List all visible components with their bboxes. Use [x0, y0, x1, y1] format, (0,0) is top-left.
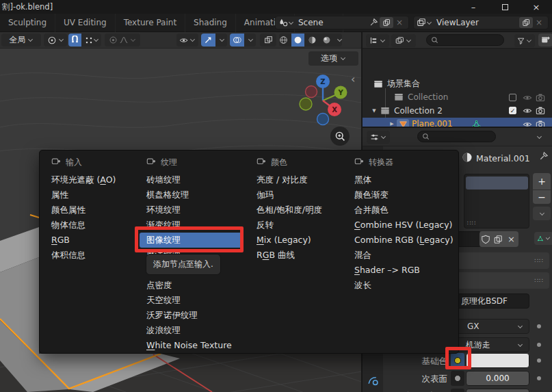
- region-collapse-icon[interactable]: ‹: [351, 73, 355, 86]
- material-slot-row[interactable]: [466, 177, 528, 190]
- viewport-options-dropdown[interactable]: 选项: [308, 51, 358, 66]
- add-material-slot-button[interactable]: +: [533, 173, 551, 190]
- workspace-tab-texture-paint[interactable]: Texture Paint: [116, 14, 185, 32]
- close-button[interactable]: ×: [521, 0, 552, 14]
- outliner-filter-type-dropdown[interactable]: [391, 34, 416, 47]
- proportional-edit-group[interactable]: [105, 34, 140, 47]
- unlink-scene-button[interactable]: ×: [396, 18, 403, 27]
- viewport-zoom-button[interactable]: [330, 127, 350, 146]
- menu-item-combine-rgb-legacy-[interactable]: Combine RGB (Legacy): [347, 233, 457, 248]
- editor-type-dropdown[interactable]: [367, 131, 390, 144]
- menu-item-颜色渐变[interactable]: 颜色渐变: [347, 187, 457, 202]
- menu-item-shader-–>-rgb[interactable]: Shader –> RGB: [347, 263, 457, 278]
- menu-item-混合[interactable]: 混合: [347, 248, 457, 263]
- shading-solid-button[interactable]: [291, 34, 304, 47]
- menu-item-mix-legacy-[interactable]: Mix (Legacy): [250, 233, 344, 248]
- new-viewlayer-button[interactable]: [519, 17, 533, 28]
- new-collection-button[interactable]: [538, 34, 552, 47]
- menu-item-rgb[interactable]: RGB: [44, 233, 136, 248]
- workspace-tab-sculpting[interactable]: Sculpting: [0, 14, 55, 32]
- breadcrumb-material-name[interactable]: Material.001: [476, 153, 530, 164]
- overlays-settings-dropdown[interactable]: [246, 34, 256, 47]
- outliner-row-collection-2[interactable]: ▼Collection 2✓: [363, 104, 552, 118]
- show-overlays-toggle[interactable]: [230, 34, 244, 47]
- pin-icon[interactable]: [369, 18, 378, 27]
- pin-icon[interactable]: [538, 151, 549, 161]
- disclosure-open-icon[interactable]: ▼: [369, 108, 379, 114]
- collection-exclude-checkbox[interactable]: ✓: [509, 107, 516, 114]
- animate-decorator-dot[interactable]: [537, 376, 541, 380]
- outliner-search-input[interactable]: [426, 34, 504, 46]
- menu-item-物体信息[interactable]: 物体信息: [44, 218, 136, 233]
- menu-item-white-noise-texture[interactable]: White Noise Texture: [140, 338, 242, 353]
- animate-decorator-dot[interactable]: [537, 358, 541, 363]
- menu-item-黑体[interactable]: 黑体: [347, 172, 457, 187]
- menu-item-属性[interactable]: 属性: [44, 187, 136, 202]
- snap-toggle-button[interactable]: [68, 34, 81, 47]
- menu-item-环境纹理[interactable]: 环境纹理: [140, 202, 242, 218]
- menu-item-伽玛[interactable]: 伽玛: [250, 187, 344, 202]
- disable-in-renders-camera-icon[interactable]: [536, 106, 545, 118]
- collection-exclude-checkbox[interactable]: [509, 94, 516, 101]
- shading-rendered-button[interactable]: [320, 34, 333, 47]
- subsurface-radius-slider[interactable]: 0.000: [466, 389, 529, 392]
- transform-orientation-dropdown[interactable]: 全局: [1, 34, 41, 47]
- panel-grip-icon[interactable]: ∷∷: [535, 277, 544, 284]
- menu-item-砖墙纹理[interactable]: 砖墙纹理: [140, 172, 242, 187]
- menu-item-波浪纹理[interactable]: 波浪纹理: [140, 323, 242, 338]
- base-color-swatch[interactable]: [466, 353, 529, 368]
- outliner-display-mode-dropdown[interactable]: [366, 34, 389, 47]
- shading-settings-dropdown[interactable]: [334, 34, 345, 47]
- scene-selector[interactable]: Scene ×: [275, 16, 409, 29]
- animate-decorator-dot[interactable]: [537, 324, 541, 328]
- material-slot-list[interactable]: ∷∷: [464, 174, 529, 228]
- physics-tab-icon[interactable]: [367, 375, 379, 387]
- hide-in-viewport-eye-icon[interactable]: [523, 106, 532, 118]
- menu-item-沃罗诺伊纹理[interactable]: 沃罗诺伊纹理: [140, 308, 242, 323]
- scene-name[interactable]: Scene: [294, 18, 369, 27]
- shading-material-button[interactable]: [306, 34, 319, 47]
- show-gizmo-toggle[interactable]: [201, 34, 215, 47]
- outliner-row-场景集合[interactable]: 场景集合: [363, 77, 552, 91]
- object-visibility-dropdown[interactable]: [176, 34, 198, 47]
- outliner-row-collection[interactable]: Collection: [363, 91, 552, 105]
- workspace-tab-uv-editing[interactable]: UV Editing: [55, 14, 116, 32]
- remove-viewlayer-button[interactable]: ×: [536, 18, 542, 27]
- animate-decorator-dot[interactable]: [537, 343, 541, 347]
- maximize-button[interactable]: [489, 0, 521, 14]
- menu-item-棋盘格纹理[interactable]: 棋盘格纹理: [140, 187, 242, 202]
- menu-item-波长[interactable]: 波长: [347, 278, 457, 293]
- menu-item-rgb-曲线[interactable]: RGB 曲线: [250, 248, 344, 263]
- menu-item-天空纹理[interactable]: 天空纹理: [140, 293, 242, 308]
- menu-item-点密度[interactable]: 点密度: [140, 278, 242, 293]
- hide-in-viewport-eye-icon[interactable]: [523, 93, 532, 105]
- workspace-tab-shading[interactable]: Shading: [185, 14, 236, 32]
- properties-options-chevron[interactable]: [537, 134, 542, 139]
- subsurface-value-slider[interactable]: 0.000: [466, 371, 529, 386]
- properties-search-input[interactable]: [417, 131, 496, 142]
- gizmo-settings-dropdown[interactable]: [217, 34, 227, 47]
- outliner-filter-dropdown[interactable]: [514, 34, 535, 47]
- disable-in-renders-camera-icon[interactable]: [536, 93, 545, 105]
- unlink-material-button[interactable]: ×: [505, 234, 517, 244]
- navigation-gizmo[interactable]: Z Y X: [295, 70, 354, 131]
- menu-item-合并颜色[interactable]: 合并颜色: [347, 202, 457, 218]
- material-link-dropdown[interactable]: [534, 232, 552, 245]
- panel-grip-icon[interactable]: ∷∷: [535, 257, 544, 264]
- pivot-point-dropdown[interactable]: [44, 34, 67, 47]
- subsurface-socket-button[interactable]: [451, 371, 464, 386]
- resize-grip-icon[interactable]: ∷∷: [467, 220, 476, 226]
- snap-settings-dropdown[interactable]: [83, 34, 101, 47]
- menu-item-色相-饱和度-明度[interactable]: 色相/饱和度/明度: [250, 202, 344, 218]
- menu-item-亮度-对比度[interactable]: 亮度 / 对比度: [250, 172, 344, 187]
- remove-material-slot-button[interactable]: −: [533, 190, 551, 204]
- duplicate-material-icon[interactable]: [493, 235, 503, 244]
- menu-item-combine-hsv-legacy-[interactable]: Combine HSV (Legacy): [347, 218, 457, 233]
- viewlayer-selector[interactable]: ViewLayer ×: [413, 16, 549, 29]
- toggle-xray-button[interactable]: [260, 34, 276, 47]
- new-scene-button[interactable]: [380, 17, 393, 28]
- subsurface-radius-socket-button[interactable]: [451, 389, 464, 392]
- minimize-button[interactable]: –: [458, 0, 489, 14]
- menu-item-体积信息[interactable]: 体积信息: [44, 248, 136, 263]
- menu-item-反转[interactable]: 反转: [250, 218, 344, 233]
